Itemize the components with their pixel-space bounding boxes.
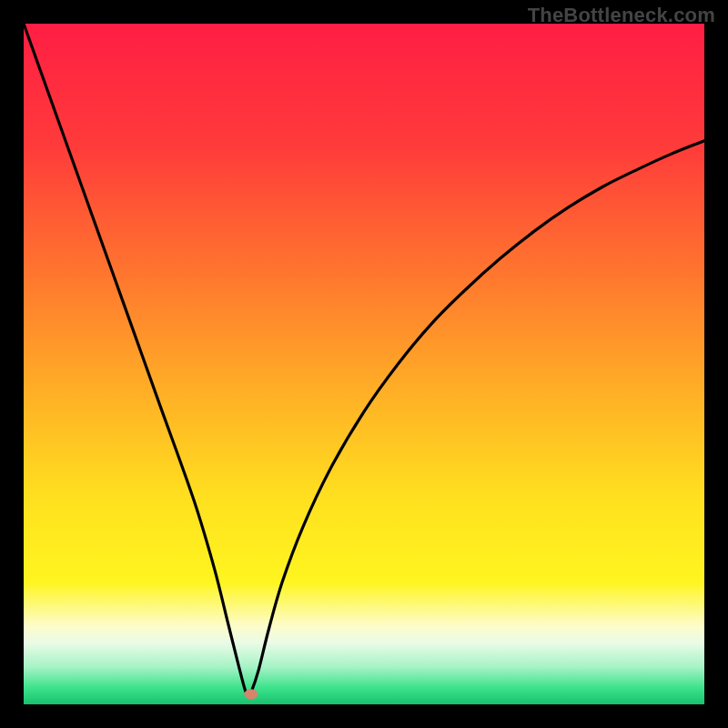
chart-frame: TheBottleneck.com — [0, 0, 728, 728]
gradient-background — [24, 24, 704, 704]
chart-svg — [24, 24, 704, 704]
optimal-point-marker — [244, 689, 258, 699]
plot-area — [24, 24, 704, 704]
